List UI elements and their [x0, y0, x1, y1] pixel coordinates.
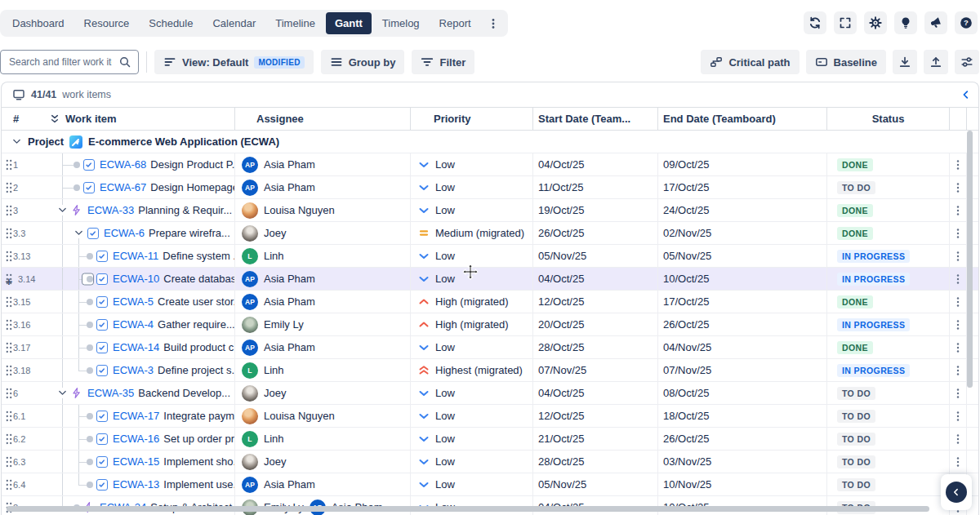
status-cell[interactable]: IN PROGRESS: [826, 268, 949, 290]
start-date-cell[interactable]: 05/Nov/25: [532, 245, 657, 267]
tree-node[interactable]: [57, 205, 68, 215]
assignee-cell[interactable]: LLinh: [234, 359, 410, 381]
priority-cell[interactable]: Low: [410, 245, 532, 267]
assignee-cell[interactable]: APAsia Pham: [234, 176, 410, 198]
work-item-key[interactable]: ECWA-13: [113, 478, 159, 491]
start-date-cell[interactable]: 12/Oct/25: [532, 405, 657, 427]
column-header-status[interactable]: Status: [826, 108, 949, 130]
drag-handle-icon[interactable]: [5, 181, 13, 193]
row-menu-button[interactable]: [949, 153, 967, 175]
status-cell[interactable]: TO DO: [826, 451, 949, 473]
row-menu-button[interactable]: [949, 359, 967, 381]
row-menu-button[interactable]: [949, 268, 967, 290]
work-item-key[interactable]: ECWA-68: [100, 158, 146, 171]
tab-gantt[interactable]: Gantt: [326, 12, 372, 34]
drag-handle-icon[interactable]: [5, 318, 13, 331]
status-cell[interactable]: TO DO: [826, 473, 949, 495]
tree-node[interactable]: [87, 459, 93, 465]
work-item-key[interactable]: ECWA-11: [113, 250, 158, 262]
assignee-cell[interactable]: APAsia Pham: [234, 473, 410, 495]
table-row[interactable]: 3 ECWA-33 Planning & Requir... Louisa Ng…: [2, 199, 978, 222]
table-row[interactable]: 3.17 ECWA-14 Build product c... APAsia P…: [2, 336, 978, 359]
horizontal-scrollbar[interactable]: [7, 506, 929, 512]
work-item-cell[interactable]: ECWA-16 Set up order pr...: [41, 428, 234, 450]
end-date-cell[interactable]: 24/Oct/25: [657, 199, 826, 221]
drag-handle-icon[interactable]: [5, 227, 13, 239]
table-row[interactable]: 2 ECWA-67 Design Homepage APAsia Pham Lo…: [2, 176, 978, 199]
row-menu-button[interactable]: [949, 336, 967, 358]
work-item-key[interactable]: ECWA-17: [113, 410, 159, 422]
tree-node[interactable]: [74, 184, 80, 191]
megaphone-button[interactable]: [924, 11, 947, 34]
tab-calendar[interactable]: Calendar: [203, 12, 265, 34]
column-header-num[interactable]: #: [2, 108, 41, 130]
work-item-key[interactable]: ECWA-10: [113, 273, 159, 285]
collapse-all-icon[interactable]: [49, 113, 60, 125]
work-item-key[interactable]: ECWA-35: [87, 387, 134, 399]
assignee-cell[interactable]: Emily Ly: [234, 313, 410, 335]
critical-path-button[interactable]: Critical path: [701, 50, 799, 74]
start-date-cell[interactable]: 11/Oct/25: [532, 176, 657, 198]
priority-cell[interactable]: Medium (migrated): [410, 222, 532, 244]
priority-cell[interactable]: Low: [410, 405, 532, 427]
tab-schedule[interactable]: Schedule: [140, 12, 202, 34]
search-box[interactable]: [0, 50, 139, 74]
work-item-cell[interactable]: ECWA-35 Backend Develop...: [41, 382, 234, 404]
end-date-cell[interactable]: 17/Oct/25: [657, 291, 826, 313]
assignee-cell[interactable]: APAsia Pham: [234, 268, 410, 290]
status-cell[interactable]: IN PROGRESS: [826, 313, 949, 335]
work-item-key[interactable]: ECWA-33: [87, 204, 134, 216]
work-item-key[interactable]: ECWA-15: [113, 455, 159, 468]
drag-handle-icon[interactable]: [5, 433, 13, 445]
status-cell[interactable]: DONE: [826, 336, 949, 358]
vertical-scrollbar[interactable]: [967, 131, 973, 388]
end-date-cell[interactable]: 07/Nov/25: [657, 359, 826, 381]
tree-node[interactable]: [74, 162, 80, 168]
collapse-panel-button[interactable]: [960, 89, 972, 100]
priority-cell[interactable]: Low: [410, 382, 532, 404]
drag-handle-icon[interactable]: [5, 410, 13, 422]
filter-button[interactable]: Filter: [412, 50, 474, 74]
drag-handle-icon[interactable]: [5, 204, 13, 216]
work-item-key[interactable]: ECWA-6: [104, 227, 145, 239]
tree-node[interactable]: [87, 344, 93, 351]
table-row[interactable]: 3.14 ECWA-10 Create databas... APAsia Ph…: [2, 268, 978, 291]
row-menu-button[interactable]: [949, 199, 967, 221]
priority-cell[interactable]: Low: [410, 153, 532, 175]
assignee-cell[interactable]: Louisa Nguyen: [234, 199, 410, 221]
start-date-cell[interactable]: 20/Oct/25: [532, 313, 657, 335]
table-row[interactable]: 6.4 ECWA-13 Implement use... APAsia Pham…: [2, 473, 978, 496]
status-cell[interactable]: DONE: [826, 199, 949, 221]
drag-handle-icon[interactable]: [5, 478, 13, 491]
row-menu-button[interactable]: [949, 313, 967, 335]
assignee-cell[interactable]: APAsia Pham: [234, 291, 410, 313]
end-date-cell[interactable]: 03/Nov/25: [657, 451, 826, 473]
priority-cell[interactable]: Low: [410, 428, 532, 450]
start-date-cell[interactable]: 28/Oct/25: [532, 336, 657, 358]
work-item-cell[interactable]: ECWA-33 Planning & Requir...: [41, 199, 234, 221]
status-cell[interactable]: IN PROGRESS: [826, 359, 949, 381]
row-menu-button[interactable]: [949, 405, 967, 427]
work-item-key[interactable]: ECWA-14: [113, 341, 159, 353]
view-button[interactable]: View: Default MODIFIED: [154, 50, 314, 74]
work-item-key[interactable]: ECWA-4: [113, 318, 154, 331]
priority-cell[interactable]: Low: [410, 176, 532, 198]
drag-handle-icon[interactable]: [5, 158, 13, 171]
row-menu-button[interactable]: [949, 382, 967, 404]
table-row[interactable]: 6.3 ECWA-15 Implement sho... Joey Low 28…: [2, 451, 978, 473]
table-row[interactable]: 1 ECWA-68 Design Product P... APAsia Pha…: [2, 153, 978, 176]
project-row[interactable]: Project E-commerce Web Application (ECWA…: [2, 131, 978, 153]
tree-node[interactable]: [87, 253, 93, 260]
status-cell[interactable]: TO DO: [826, 405, 949, 427]
row-menu-button[interactable]: [949, 245, 967, 267]
priority-cell[interactable]: Low: [410, 199, 532, 221]
table-settings-button[interactable]: [955, 50, 979, 74]
priority-cell[interactable]: Low: [410, 473, 532, 495]
work-item-cell[interactable]: ECWA-15 Implement sho...: [41, 451, 234, 473]
end-date-cell[interactable]: 10/Nov/25: [657, 473, 826, 495]
work-item-cell[interactable]: ECWA-3 Define project s...: [41, 359, 234, 381]
table-row[interactable]: 6.1 ECWA-17 Integrate paym... Louisa Ngu…: [2, 405, 978, 428]
row-menu-button[interactable]: [949, 222, 967, 244]
status-cell[interactable]: DONE: [826, 222, 949, 244]
assignee-cell[interactable]: Joey: [234, 451, 410, 473]
